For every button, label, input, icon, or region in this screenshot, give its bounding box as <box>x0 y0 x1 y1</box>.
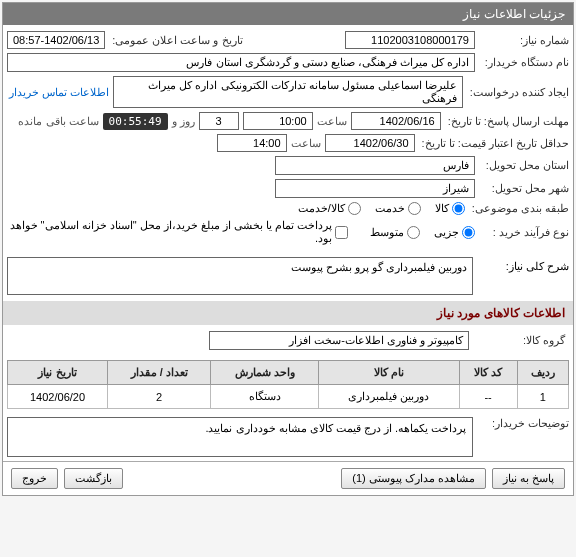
footer-bar: پاسخ به نیاز مشاهده مدارک پیوستی (1) باز… <box>3 461 573 495</box>
field-days-left: 3 <box>199 112 239 130</box>
field-valid-date: 1402/06/30 <box>325 134 415 152</box>
radio-jozei[interactable]: جزیی <box>434 226 475 239</box>
table-cell: 1 <box>517 385 569 409</box>
label-group: گروه کالا: <box>475 334 565 347</box>
table-cell: 1402/06/20 <box>8 385 108 409</box>
panel-title: جزئیات اطلاعات نیاز <box>3 3 573 25</box>
table-cell: دوربین فیلمبرداری <box>319 385 460 409</box>
field-city: شیراز <box>275 179 475 198</box>
label-announce-dt: تاریخ و ساعت اعلان عمومی: <box>109 34 341 47</box>
table-cell: دستگاه <box>211 385 319 409</box>
table-header-cell: کد کالا <box>459 361 517 385</box>
field-buyer-org: اداره کل میراث فرهنگی، صنایع دستی و گردش… <box>7 53 475 72</box>
section-items-title: اطلاعات کالاهای مورد نیاز <box>3 301 573 325</box>
label-saat1: ساعت <box>317 115 347 128</box>
label-min-valid: حداقل تاریخ اعتبار قیمت: تا تاریخ: <box>419 137 569 150</box>
label-buyer-org: نام دستگاه خریدار: <box>479 56 569 69</box>
need-details-panel: جزئیات اطلاعات نیاز شماره نیاز: 11020031… <box>2 2 574 496</box>
field-group: کامپیوتر و فناوری اطلاعات-سخت افزار <box>209 331 469 350</box>
field-deadline-time: 10:00 <box>243 112 313 130</box>
subject-category-group: کالا خدمت کالا/خدمت <box>298 202 465 215</box>
field-deadline-date: 1402/06/16 <box>351 112 441 130</box>
label-rooz: روز و <box>172 115 195 128</box>
field-buyer-notes: پرداخت یکماهه. از درج قیمت کالای مشابه خ… <box>7 417 473 457</box>
attachments-button[interactable]: مشاهده مدارک پیوستی (1) <box>341 468 486 489</box>
exit-button[interactable]: خروج <box>11 468 58 489</box>
table-cell: -- <box>459 385 517 409</box>
field-sharh: دوربین فیلمبرداری گو پرو بشرح پیوست <box>7 257 473 295</box>
table-cell: 2 <box>108 385 211 409</box>
checkbox-treasury-payment[interactable]: پرداخت تمام یا بخشی از مبلغ خرید،از محل … <box>7 219 348 245</box>
label-process: نوع فرآیند خرید : <box>479 226 569 239</box>
back-button[interactable]: بازگشت <box>64 468 123 489</box>
label-subject-cat: طبقه بندی موضوعی: <box>469 202 569 215</box>
table-header-row: ردیفکد کالانام کالاواحد شمارشتعداد / مقد… <box>8 361 569 385</box>
field-valid-time: 14:00 <box>217 134 287 152</box>
radio-both[interactable]: کالا/خدمت <box>298 202 361 215</box>
panel-body: شماره نیاز: 1102003108000179 تاریخ و ساع… <box>3 25 573 255</box>
field-announce-date: 1402/06/13 - 08:57 <box>7 31 105 49</box>
table-header-cell: نام کالا <box>319 361 460 385</box>
label-creator: ایجاد کننده درخواست: <box>467 86 569 99</box>
radio-kala[interactable]: کالا <box>435 202 465 215</box>
table-header-cell: ردیف <box>517 361 569 385</box>
label-sharh: شرح کلی نیاز: <box>479 257 569 273</box>
radio-motevaset[interactable]: متوسط <box>370 226 420 239</box>
label-saat2: ساعت <box>291 137 321 150</box>
field-province: فارس <box>275 156 475 175</box>
respond-button[interactable]: پاسخ به نیاز <box>492 468 565 489</box>
table-header-cell: تعداد / مقدار <box>108 361 211 385</box>
table-row: 1--دوربین فیلمبرداریدستگاه21402/06/20 <box>8 385 569 409</box>
items-table: ردیفکد کالانام کالاواحد شمارشتعداد / مقد… <box>7 360 569 409</box>
table-header-cell: واحد شمارش <box>211 361 319 385</box>
field-niaz-no: 1102003108000179 <box>345 31 475 49</box>
link-contact-info[interactable]: اطلاعات تماس خریدار <box>9 86 109 99</box>
radio-khadamat[interactable]: خدمت <box>375 202 421 215</box>
label-remaining: ساعت باقی مانده <box>18 115 98 128</box>
process-group: جزیی متوسط <box>370 226 475 239</box>
countdown-timer: 00:55:49 <box>103 113 168 130</box>
label-province: استان محل تحویل: <box>479 159 569 172</box>
label-city: شهر محل تحویل: <box>479 182 569 195</box>
label-deadline: مهلت ارسال پاسخ: تا تاریخ: <box>445 115 569 128</box>
table-header-cell: تاریخ نیاز <box>8 361 108 385</box>
field-creator: علیرضا اسماعیلی مسئول سامانه تدارکات الک… <box>113 76 463 108</box>
label-buyer-notes: توضیحات خریدار: <box>479 417 569 430</box>
label-niaz-no: شماره نیاز: <box>479 34 569 47</box>
